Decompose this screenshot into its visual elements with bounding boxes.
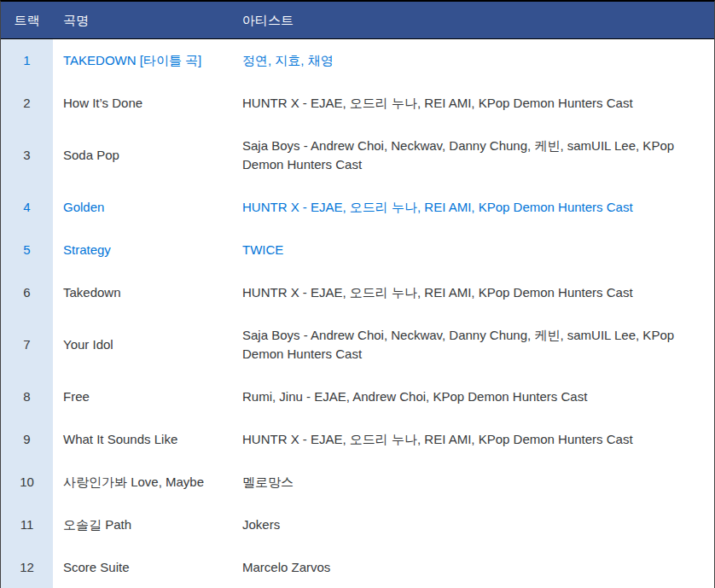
song-title: 오솔길 Path	[53, 504, 234, 546]
track-number: 12	[1, 546, 53, 588]
track-number: 3	[1, 125, 53, 186]
artist-names: Rumi, Jinu - EJAE, Andrew Choi, KPop Dem…	[234, 376, 714, 418]
artist-names: HUNTR X - EJAE, 오드리 누나, REI AMI, KPop De…	[234, 82, 714, 125]
artist-names[interactable]: 정연, 지효, 채영	[234, 39, 714, 82]
artist-names: Jokers	[234, 504, 714, 546]
table-row: 5 Strategy TWICE	[1, 229, 714, 271]
artist-names: 멜로망스	[234, 461, 714, 504]
song-title: Your Idol	[53, 323, 234, 366]
artist-names: Marcelo Zarvos	[234, 546, 714, 588]
track-number[interactable]: 5	[1, 229, 53, 271]
song-title: Score Suite	[53, 546, 234, 588]
table-row: 4 Golden HUNTR X - EJAE, 오드리 누나, REI AMI…	[1, 186, 714, 229]
artist-names: Saja Boys - Andrew Choi, Neckwav, Danny …	[234, 314, 714, 376]
track-number: 8	[1, 376, 53, 418]
track-number: 10	[1, 461, 53, 504]
table-row: 1 TAKEDOWN [타이틀 곡] 정연, 지효, 채영	[1, 39, 714, 82]
column-header-artist: 아티스트	[234, 11, 714, 30]
song-title: What It Sounds Like	[53, 418, 234, 461]
column-header-song-title: 곡명	[53, 11, 234, 30]
table-row: 9 What It Sounds Like HUNTR X - EJAE, 오드…	[1, 418, 714, 461]
track-number[interactable]: 1	[1, 39, 53, 82]
table-row: 12 Score Suite Marcelo Zarvos	[1, 546, 714, 588]
table-row: 11 오솔길 Path Jokers	[1, 504, 714, 546]
tracklist-table: 트랙 곡명 아티스트 1 TAKEDOWN [타이틀 곡] 정연, 지효, 채영…	[0, 0, 715, 588]
wiki-page-fragment: 트랙 곡명 아티스트 1 TAKEDOWN [타이틀 곡] 정연, 지효, 채영…	[0, 0, 715, 588]
table-row: 3 Soda Pop Saja Boys - Andrew Choi, Neck…	[1, 125, 714, 186]
track-number[interactable]: 4	[1, 186, 53, 229]
track-number: 9	[1, 418, 53, 461]
table-row: 6 Takedown HUNTR X - EJAE, 오드리 누나, REI A…	[1, 271, 714, 314]
song-title: Soda Pop	[53, 134, 234, 177]
track-number: 6	[1, 271, 53, 314]
track-number: 2	[1, 82, 53, 125]
artist-names[interactable]: TWICE	[234, 229, 714, 271]
song-title[interactable]: Golden	[53, 186, 234, 229]
table-row: 8 Free Rumi, Jinu - EJAE, Andrew Choi, K…	[1, 376, 714, 418]
table-body: 1 TAKEDOWN [타이틀 곡] 정연, 지효, 채영 2 How It’s…	[1, 39, 714, 588]
table-row: 2 How It’s Done HUNTR X - EJAE, 오드리 누나, …	[1, 82, 714, 125]
table-row: 7 Your Idol Saja Boys - Andrew Choi, Nec…	[1, 314, 714, 376]
song-title: Free	[53, 376, 234, 418]
column-header-track: 트랙	[1, 2, 53, 38]
artist-names[interactable]: HUNTR X - EJAE, 오드리 누나, REI AMI, KPop De…	[234, 186, 714, 229]
song-title[interactable]: Strategy	[53, 229, 234, 271]
table-header-row: 트랙 곡명 아티스트	[1, 2, 714, 39]
song-title[interactable]: TAKEDOWN [타이틀 곡]	[53, 39, 234, 82]
table-row: 10 사랑인가봐 Love, Maybe 멜로망스	[1, 461, 714, 504]
track-number: 7	[1, 314, 53, 376]
artist-names: HUNTR X - EJAE, 오드리 누나, REI AMI, KPop De…	[234, 418, 714, 461]
song-title: 사랑인가봐 Love, Maybe	[53, 461, 234, 504]
artist-names: Saja Boys - Andrew Choi, Neckwav, Danny …	[234, 125, 714, 186]
artist-names: HUNTR X - EJAE, 오드리 누나, REI AMI, KPop De…	[234, 271, 714, 314]
song-title: Takedown	[53, 271, 234, 314]
song-title: How It’s Done	[53, 82, 234, 125]
track-number: 11	[1, 504, 53, 546]
